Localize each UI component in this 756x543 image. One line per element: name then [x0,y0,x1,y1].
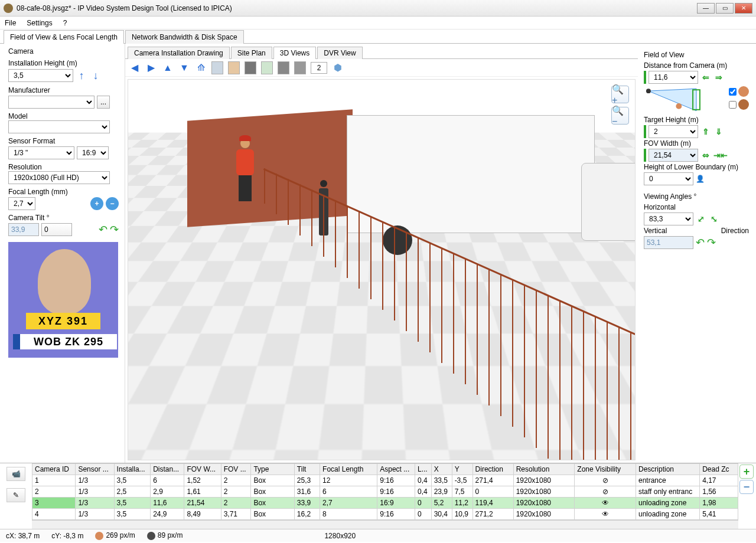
maximize-button[interactable]: ▭ [716,3,734,14]
focal-minus-button[interactable]: − [106,197,119,210]
table-cell: 271,4 [472,475,513,486]
col-header[interactable]: Dead Zc [700,464,738,475]
col-header[interactable]: FOV ... [221,464,251,475]
person-count-spin[interactable] [311,62,327,74]
col-header[interactable]: Distan... [151,464,184,475]
col-header[interactable]: Camera ID [32,464,76,475]
zoom-in-button[interactable]: 🔍+ [611,86,629,103]
table-horizontal-scrollbar[interactable] [32,520,738,529]
col-header[interactable]: Description [636,464,699,475]
table-cell: 3,5 [114,475,151,486]
height-down-icon[interactable]: ↓ [90,68,102,83]
direction-ccw-icon[interactable]: ↶ [696,236,705,249]
col-header[interactable]: Focal Length [320,464,377,475]
tab-dvr-view[interactable]: DVR View [317,47,362,59]
focal-select[interactable]: 2,7 [8,197,35,210]
fov-width-select[interactable]: 21,54 [649,149,698,162]
table-row[interactable]: 31/33,511,621,542Box33,92,716:905,211,21… [32,498,738,509]
thumb-scene-icon[interactable] [211,61,223,74]
thumb-person4-icon[interactable] [278,61,289,74]
col-header[interactable]: FOV W... [184,464,221,475]
col-header[interactable]: Y [452,464,472,475]
col-header[interactable]: Aspect ... [377,464,415,475]
nav-down-icon[interactable]: ▼ [178,63,190,73]
angle-expand-icon[interactable]: ⤢ [696,214,706,224]
tool-camera-icon[interactable]: 📹 [6,467,25,481]
camera-table[interactable]: Camera IDSensor ...Installa...Distan...F… [32,463,738,520]
resolution-select[interactable]: 1920x1080 (Full HD) [8,171,110,184]
angle-collapse-icon[interactable]: ⤡ [709,214,719,224]
target-up-icon[interactable]: ⇑ [700,127,711,136]
menu-help[interactable]: ? [63,19,67,27]
install-height-select[interactable]: 3,5 [8,69,73,82]
manufacturer-select[interactable] [8,96,94,109]
target-down-icon[interactable]: ⇓ [713,127,724,136]
tilt-input[interactable] [41,223,72,236]
lower-boundary-label: Height of Lower Boundary (m) [644,163,738,171]
tab-network[interactable]: Network Bandwidth & Disk Space [125,30,244,44]
table-cell: 3 [32,498,76,509]
thumb-person2-icon[interactable] [245,61,256,74]
col-header[interactable]: Resolution [513,464,575,475]
col-header[interactable]: Direction [472,464,513,475]
figure-person-red [234,139,256,204]
focal-plus-button[interactable]: + [90,197,103,210]
table-cell: 9:16 [377,486,415,498]
lower-boundary-select[interactable]: 0 [644,172,693,185]
sensor-select[interactable]: 1/3 " [8,146,74,159]
table-row[interactable]: 21/32,52,91,612Box31,669:160,423,97,5019… [32,486,738,498]
tilt-reset-cw-icon[interactable]: ↷ [110,223,119,236]
horizontal-select[interactable]: 83,3 [644,212,693,225]
minimize-button[interactable]: — [697,3,715,14]
aspect-select[interactable]: 16:9 [77,146,109,159]
viewport-3d[interactable]: 🔍+ 🔍− 3 [128,79,636,460]
table-cell: 0 [415,498,431,509]
tilt-reset-ccw-icon[interactable]: ↶ [99,223,107,236]
zoom-out-button[interactable]: 🔍− [611,107,629,125]
status-bar: cX: 38,7 m cY: -8,3 m 269 px/m 89 px/m 1… [0,529,756,542]
table-cell: Box [251,486,294,498]
col-header[interactable]: X [431,464,452,475]
target-height-select[interactable]: 2 [649,125,698,138]
thumb-person5-icon[interactable] [294,61,306,74]
direction-cw-icon[interactable]: ↷ [707,236,716,249]
col-header[interactable]: Zone Visibility [575,464,636,475]
table-remove-button[interactable]: − [739,480,754,494]
col-header[interactable]: Installa... [114,464,151,475]
width-out-icon[interactable]: ⇔ [700,151,711,160]
distance-right-icon[interactable]: ⇒ [713,73,724,82]
manufacturer-browse-button[interactable]: ... [97,96,110,109]
table-row[interactable]: 41/33,524,98,493,71Box16,289:16030,410,9… [32,509,738,520]
col-header[interactable]: Type [251,464,294,475]
table-cell: -3,5 [452,475,472,486]
tool-extra-icon[interactable]: ⬢ [332,62,344,73]
distance-select[interactable]: 11,6 [649,71,698,84]
table-cell: 30,4 [431,509,452,520]
tab-fov-lens[interactable]: Field of View & Lens Focal Length [4,30,124,44]
tab-3d-views[interactable]: 3D Views [273,47,316,59]
person2-checkbox[interactable] [729,101,737,109]
width-in-icon[interactable]: ⇥⇤ [713,151,724,160]
nav-up-icon[interactable]: ▲ [162,63,174,73]
menu-settings[interactable]: Settings [27,19,52,27]
nav-home-icon[interactable]: ⟰ [195,62,207,73]
col-header[interactable]: Tilt [294,464,320,475]
col-header[interactable]: L... [415,464,431,475]
nav-left-icon[interactable]: ◀ [129,62,141,73]
col-header[interactable]: Sensor ... [76,464,114,475]
thumb-person3-icon[interactable] [261,61,273,74]
tab-installation-drawing[interactable]: Camera Installation Drawing [128,47,230,59]
table-row[interactable]: 11/33,561,522Box25,3129:160,433,5-3,5271… [32,475,738,486]
thumb-person1-icon[interactable] [228,61,240,74]
close-button[interactable]: ✕ [735,3,752,14]
table-add-button[interactable]: + [739,465,754,479]
nav-right-icon[interactable]: ▶ [145,62,157,73]
model-select[interactable] [8,120,110,133]
tool-measure-icon[interactable]: ✎ [6,488,25,502]
view-tabs: Camera Installation Drawing Site Plan 3D… [125,44,638,59]
menu-file[interactable]: File [5,19,16,27]
tab-site-plan[interactable]: Site Plan [231,47,272,59]
person1-checkbox[interactable] [729,88,737,96]
height-up-icon[interactable]: ↑ [76,68,87,83]
distance-left-icon[interactable]: ⇐ [700,73,711,82]
